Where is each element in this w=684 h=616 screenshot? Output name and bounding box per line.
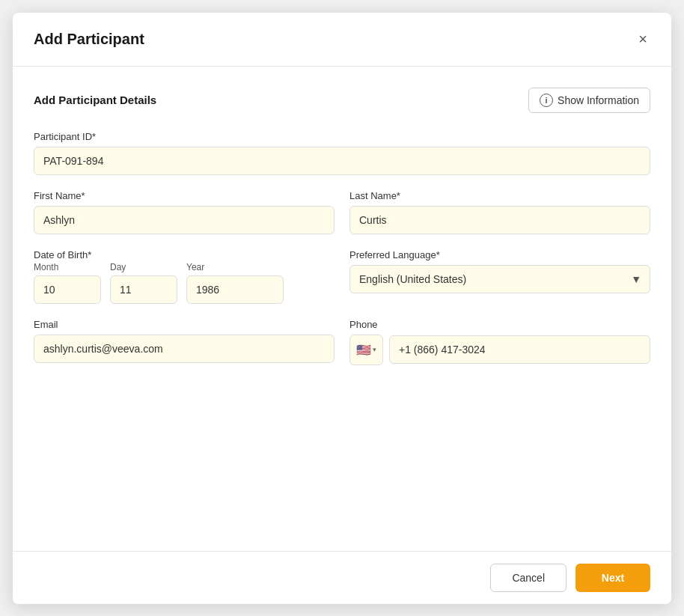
dob-year-group: Year: [186, 262, 284, 304]
email-label: Email: [34, 319, 335, 330]
modal-body: Add Participant Details i Show Informati…: [13, 67, 671, 551]
modal-title: Add Participant: [34, 31, 144, 48]
form-grid: Participant ID* First Name* Last Name*: [34, 131, 650, 365]
email-group: Email: [34, 319, 335, 365]
first-name-input[interactable]: [34, 206, 335, 234]
dob-month-label: Month: [34, 262, 101, 272]
section-header: Add Participant Details i Show Informati…: [34, 88, 650, 113]
phone-input-group: 🇺🇸 ▾: [349, 335, 650, 365]
dob-inputs-row: Month Day Year: [34, 262, 335, 304]
phone-label: Phone: [349, 319, 650, 330]
phone-input[interactable]: [389, 335, 650, 364]
last-name-label: Last Name*: [349, 190, 650, 201]
language-select-wrapper: English (United States) ▼: [349, 265, 650, 293]
show-information-label: Show Information: [558, 94, 639, 106]
close-icon: ×: [638, 31, 647, 48]
show-information-button[interactable]: i Show Information: [528, 88, 650, 113]
flag-icon: 🇺🇸: [356, 343, 371, 357]
info-icon: i: [540, 94, 553, 107]
next-button[interactable]: Next: [575, 564, 650, 592]
last-name-input[interactable]: [349, 206, 650, 234]
first-name-label: First Name*: [34, 190, 335, 201]
section-title: Add Participant Details: [34, 94, 156, 106]
dob-year-label: Year: [186, 262, 284, 272]
dob-month-group: Month: [34, 262, 101, 304]
dob-label: Date of Birth*: [34, 249, 335, 260]
phone-group: Phone 🇺🇸 ▾: [349, 319, 650, 365]
participant-id-input[interactable]: [34, 147, 650, 175]
email-input[interactable]: [34, 335, 335, 363]
modal-header: Add Participant ×: [13, 13, 671, 67]
dob-language-row: Date of Birth* Month Day Year: [34, 249, 650, 304]
participant-id-group: Participant ID*: [34, 131, 650, 175]
dob-day-label: Day: [110, 262, 177, 272]
first-name-group: First Name*: [34, 190, 335, 234]
dob-month-input[interactable]: [34, 275, 101, 304]
language-group: Preferred Language* English (United Stat…: [349, 249, 650, 304]
participant-id-label: Participant ID*: [34, 131, 650, 142]
close-button[interactable]: ×: [635, 28, 650, 51]
language-select[interactable]: English (United States): [349, 265, 650, 293]
email-phone-row: Email Phone 🇺🇸 ▾: [34, 319, 650, 365]
phone-country-selector[interactable]: 🇺🇸 ▾: [349, 335, 383, 365]
last-name-group: Last Name*: [349, 190, 650, 234]
modal-dialog: Add Participant × Add Participant Detail…: [13, 13, 671, 604]
dob-day-group: Day: [110, 262, 177, 304]
language-label: Preferred Language*: [349, 249, 650, 260]
dob-group: Date of Birth* Month Day Year: [34, 249, 335, 304]
dob-day-input[interactable]: [110, 275, 177, 304]
modal-footer: Cancel Next: [13, 551, 671, 604]
modal-overlay: Add Participant × Add Participant Detail…: [0, 0, 684, 616]
flag-caret-icon: ▾: [373, 346, 376, 353]
dob-year-input[interactable]: [186, 275, 284, 304]
name-row: First Name* Last Name*: [34, 190, 650, 234]
cancel-button[interactable]: Cancel: [490, 564, 567, 592]
